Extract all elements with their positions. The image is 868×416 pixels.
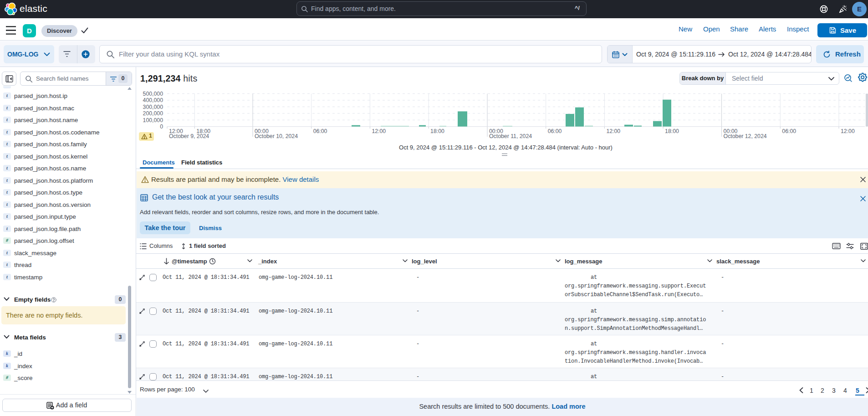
svg-text:October 9, 2024: October 9, 2024 (169, 133, 209, 139)
svg-text:12:00: 12:00 (606, 128, 620, 134)
svg-text:12:00: 12:00 (372, 128, 386, 134)
svg-text:200,000: 200,000 (143, 110, 163, 117)
svg-text:October 12, 2024: October 12, 2024 (724, 133, 767, 139)
svg-text:12:00: 12:00 (841, 128, 855, 134)
svg-text:October 10, 2024: October 10, 2024 (255, 133, 298, 139)
svg-text:300,000: 300,000 (143, 104, 163, 110)
svg-text:100,000: 100,000 (143, 117, 163, 123)
svg-text:0: 0 (160, 123, 163, 130)
svg-text:06:00: 06:00 (548, 128, 562, 134)
svg-text:06:00: 06:00 (782, 128, 796, 134)
svg-text:400,000: 400,000 (143, 97, 163, 103)
svg-text:18:00: 18:00 (665, 128, 679, 134)
svg-text:06:00: 06:00 (313, 128, 327, 134)
svg-text:500,000: 500,000 (143, 91, 163, 97)
svg-text:18:00: 18:00 (430, 128, 444, 134)
svg-text:October 11, 2024: October 11, 2024 (489, 133, 532, 139)
